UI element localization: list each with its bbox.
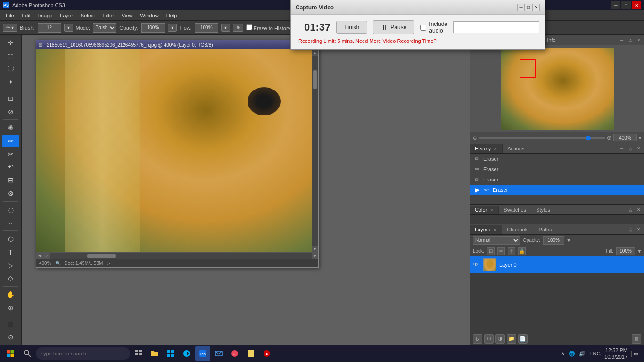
image-window-title-bar[interactable]: 🖼 21850519_10160705966895206_2126455776_… xyxy=(36,40,318,49)
brush-down-btn[interactable]: ▾ xyxy=(64,24,73,32)
fill-tool[interactable]: ⊗ xyxy=(2,187,19,199)
close-history-tab[interactable]: ✕ xyxy=(494,147,497,151)
add-group-btn[interactable]: 📁 xyxy=(507,334,516,344)
taskbar-search-input[interactable] xyxy=(36,347,130,360)
brush-size-input[interactable] xyxy=(38,23,61,33)
panel-collapse-btn[interactable]: ─ xyxy=(619,37,625,43)
zoom-slider[interactable] xyxy=(479,137,605,139)
close-layers-tab[interactable]: ✕ xyxy=(493,228,497,232)
zoom-input[interactable] xyxy=(613,134,637,141)
h-scroll-thumb[interactable] xyxy=(87,254,116,258)
add-layer-btn[interactable]: 📄 xyxy=(518,334,528,344)
menu-image[interactable]: Image xyxy=(34,12,57,19)
tab-layers[interactable]: Layers ✕ xyxy=(470,225,502,234)
photoshop-taskbar-btn[interactable]: Ps xyxy=(195,346,210,361)
h-scroll-track[interactable] xyxy=(50,254,312,258)
pause-button[interactable]: ⏸ Pause xyxy=(373,20,414,34)
brush-tool[interactable]: ✏ xyxy=(2,135,19,147)
move-tool[interactable]: ✛ xyxy=(2,37,19,49)
color-collapse-btn[interactable]: ─ xyxy=(619,206,625,213)
history-expand-btn[interactable]: △ xyxy=(627,145,634,152)
menu-help[interactable]: Help xyxy=(163,12,181,19)
menu-view[interactable]: View xyxy=(118,12,137,19)
layer-opacity-input[interactable] xyxy=(543,236,564,245)
tab-channels[interactable]: Channels xyxy=(502,225,534,234)
capture-minimize-btn[interactable]: ─ xyxy=(517,4,525,11)
zoom-thumb[interactable] xyxy=(586,136,591,140)
tab-styles[interactable]: Styles xyxy=(531,206,555,214)
opacity-stepper[interactable]: ▾ xyxy=(168,24,177,32)
capture-close-btn[interactable]: ✕ xyxy=(532,4,540,11)
menu-window[interactable]: Window xyxy=(137,12,163,19)
add-adjustment-btn[interactable]: ◑ xyxy=(495,334,505,344)
menu-select[interactable]: Select xyxy=(77,12,99,19)
finish-button[interactable]: Finish xyxy=(336,21,367,34)
mode-select[interactable]: Brush Pencil xyxy=(93,23,116,33)
magic-wand-tool[interactable]: ✦ xyxy=(2,76,19,88)
foreground-color[interactable]: ■ xyxy=(2,318,19,330)
history-brush-tool[interactable]: ↶ xyxy=(2,161,19,173)
mail-btn[interactable] xyxy=(211,346,226,361)
history-close-btn[interactable]: ✕ xyxy=(636,145,642,152)
include-audio-checkbox[interactable] xyxy=(420,25,426,31)
layers-close-btn[interactable]: ✕ xyxy=(636,226,642,233)
menu-file[interactable]: File xyxy=(2,12,18,19)
close-color-tab[interactable]: ✕ xyxy=(490,208,494,213)
text-tool[interactable]: T xyxy=(2,246,19,258)
tab-color[interactable]: Color ✕ xyxy=(470,206,499,214)
crop-tool[interactable]: ⊡ xyxy=(2,92,19,105)
pen-tool[interactable]: ⬡ xyxy=(2,233,19,245)
layers-expand-btn[interactable]: △ xyxy=(627,226,634,233)
image-horizontal-scrollbar[interactable]: ◀ ▷ ▶ xyxy=(36,252,318,259)
unknown-app-btn[interactable]: ● xyxy=(259,346,274,361)
tab-history[interactable]: History ✕ xyxy=(470,144,503,153)
heal-tool[interactable]: ✙ xyxy=(2,122,19,134)
panel-close-btn[interactable]: ✕ xyxy=(636,37,642,43)
zoom-stepper[interactable]: ▾ xyxy=(639,135,641,140)
tray-arrow[interactable]: ∧ xyxy=(561,351,565,357)
layers-collapse-btn[interactable]: ─ xyxy=(619,226,625,233)
v-scroll-track[interactable] xyxy=(313,56,317,246)
selection-tool[interactable]: ⬚ xyxy=(2,50,19,62)
v-scroll-thumb[interactable] xyxy=(313,70,317,89)
history-collapse-btn[interactable]: ─ xyxy=(619,145,625,152)
fill-input[interactable] xyxy=(616,247,635,255)
lock-move-btn[interactable]: ✛ xyxy=(508,247,515,255)
menu-edit[interactable]: Edit xyxy=(18,12,34,19)
color-close-btn[interactable]: ✕ xyxy=(636,206,642,213)
panel-expand-btn[interactable]: △ xyxy=(627,37,634,43)
opacity-input[interactable] xyxy=(141,23,165,33)
image-vertical-scrollbar[interactable]: ▲ ▼ xyxy=(312,49,318,252)
delete-layer-btn[interactable]: 🗑 xyxy=(632,334,641,344)
slice-tool[interactable]: ⊘ xyxy=(2,106,19,118)
eraser-tool[interactable]: ⊟ xyxy=(2,174,19,186)
opacity-stepper-btn[interactable]: ▾ xyxy=(567,237,570,244)
show-desktop-btn[interactable]: ▭ xyxy=(631,351,638,357)
tab-swatches[interactable]: Swatches xyxy=(499,206,531,214)
add-style-btn[interactable]: fx xyxy=(473,334,482,344)
scroll-up-arrow[interactable]: ▲ xyxy=(312,49,318,56)
layer-visibility-icon[interactable]: 👁 xyxy=(473,261,480,269)
lock-all-btn[interactable]: 🔒 xyxy=(518,247,526,255)
lock-paint-btn[interactable]: ✏ xyxy=(497,247,505,255)
history-item-4[interactable]: ▶ ✏ Eraser xyxy=(470,185,644,195)
scroll-left-arrow[interactable]: ◀ xyxy=(36,253,43,259)
tool-preset-btn[interactable]: ✏ ▾ xyxy=(3,24,17,32)
capture-text-input[interactable] xyxy=(453,21,539,33)
scroll-frame-btn[interactable]: ▷ xyxy=(43,253,50,259)
layer-item-0[interactable]: 👁 Layer 0 xyxy=(470,256,644,273)
erase-history-checkbox[interactable] xyxy=(246,24,252,30)
close-button[interactable]: ✕ xyxy=(632,1,641,9)
lasso-tool[interactable]: 〇 xyxy=(2,63,19,75)
scroll-right-arrow[interactable]: ▶ xyxy=(312,253,318,259)
clone-tool[interactable]: ✂ xyxy=(2,148,19,160)
start-button[interactable] xyxy=(2,346,19,361)
nav-viewport-box[interactable] xyxy=(520,59,536,78)
menu-layer[interactable]: Layer xyxy=(56,12,77,19)
sticky-notes-btn[interactable] xyxy=(243,346,258,361)
dodge-tool[interactable]: ○ xyxy=(2,217,19,229)
store-btn[interactable] xyxy=(163,346,178,361)
history-item-3[interactable]: ✏ Eraser xyxy=(470,174,644,185)
tab-paths[interactable]: Paths xyxy=(534,225,557,234)
menu-filter[interactable]: Filter xyxy=(99,12,117,19)
